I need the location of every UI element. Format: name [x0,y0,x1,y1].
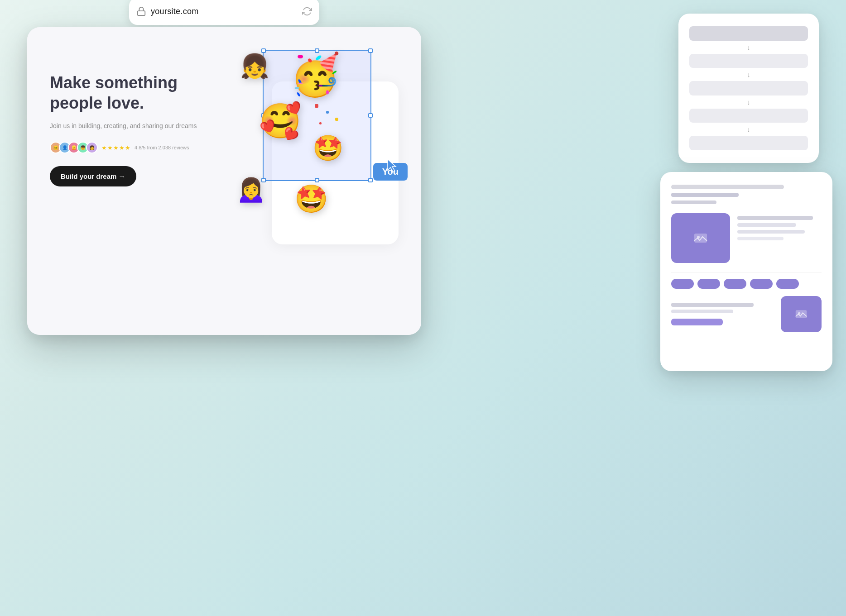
cta-button[interactable]: Build your dream → [50,166,136,186]
panel-chip-4 [750,279,773,289]
refresh-icon[interactable] [302,6,312,16]
panel-chip-1 [671,279,694,289]
panel-bar-5 [689,136,808,150]
panel-chip-3 [724,279,746,289]
handle-middle-right[interactable] [368,113,373,118]
left-content: Make something people love. Join us in b… [50,72,213,186]
emoji-girl: 👧 [240,54,269,78]
panel-arrow-1: ↓ [689,43,808,51]
panel-bar-2 [689,54,808,68]
panel-text-bar-3 [737,230,805,234]
emoji-heart-girl: 🙍‍♀️ [236,177,267,201]
panel-arrow-2: ↓ [689,71,808,78]
handle-top-right[interactable] [368,48,373,53]
headline: Make something people love. [50,72,213,113]
panel-bottom-text-1 [671,303,754,307]
panel-arrow-4: ↓ [689,125,808,133]
panel-header-bar-3 [671,201,716,204]
edit-area: 🥳 🥰 🤩 👧 🙍‍♀️ 🤩 You [236,45,408,235]
handle-bottom-right[interactable] [368,178,373,182]
avatar-5: 👩 [86,142,98,153]
panel-arrow-3: ↓ [689,98,808,106]
handle-bottom-middle[interactable] [315,178,319,182]
svg-rect-0 [694,234,707,243]
reviews-row: 😊 👤 👱 👦 👩 ★★★★★ 4.8/5 from 2,038 reviews [50,142,213,153]
panel-separator [671,272,822,272]
confetti-2 [326,111,329,114]
lock-icon [136,6,146,16]
panel-bottom-text [671,303,774,325]
panel-text-bar-1 [737,216,813,220]
panel-chips-row [671,279,822,289]
emoji-party-face: 🥳 [290,54,341,95]
panel-image-2 [781,296,822,332]
panel-bottom-cta [671,319,723,325]
emoji-curly-hair: 🥰 [259,104,302,138]
browser-mockup: yoursite.com Make something people love.… [27,27,421,335]
confetti-1 [315,104,318,108]
panel-text-bar-4 [737,237,784,240]
panel-bar-4 [689,109,808,123]
panel-bar-1 [689,26,808,41]
confetti-4 [319,122,322,124]
address-bar[interactable]: yoursite.com [129,0,319,25]
cursor-area: You [386,158,399,175]
right-top-panel: ↓ ↓ ↓ ↓ [678,14,819,163]
cursor-icon [386,158,399,173]
panel-bottom-header [671,185,822,204]
panel-chip-5 [776,279,799,289]
panel-bottom-text-2 [671,310,733,313]
panel-header-bar-2 [671,193,739,197]
right-bottom-panel [660,172,832,371]
panel-header-bar-1 [671,185,784,189]
subtext: Join us in building, creating, and shari… [50,121,213,131]
svg-rect-4 [138,11,145,15]
panel-bar-3 [689,81,808,96]
svg-rect-2 [796,310,807,318]
panel-bottom-row [671,296,822,332]
panel-main-row [671,213,822,263]
review-text: 4.8/5 from 2,038 reviews [135,145,189,150]
emoji-star-glasses: 🤩 [312,136,344,161]
emoji-star2: 🤩 [294,186,328,213]
panel-text-col [737,213,822,240]
panel-text-bar-2 [737,223,796,227]
handle-top-left[interactable] [261,48,266,53]
panel-chip-2 [697,279,720,289]
confetti-3 [335,118,338,121]
address-text: yoursite.com [151,7,298,16]
avatar-stack: 😊 👤 👱 👦 👩 [50,142,98,153]
panel-image-1 [671,213,730,263]
browser-content: Make something people love. Join us in b… [27,27,421,335]
stars: ★★★★★ [101,144,131,151]
